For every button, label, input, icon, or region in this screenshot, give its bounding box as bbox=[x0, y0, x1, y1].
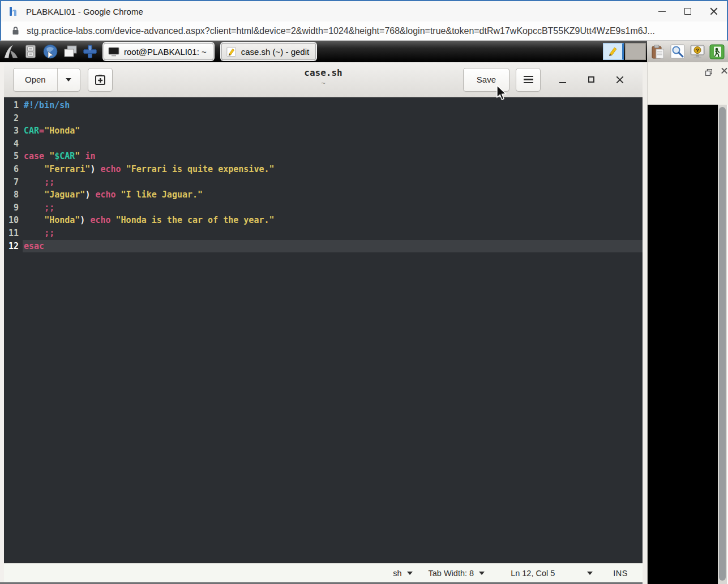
insert-mode-label: INS bbox=[613, 569, 628, 578]
address-bar[interactable]: stg.practice-labs.com/device-advanced.as… bbox=[0, 22, 728, 41]
gedit-close-button[interactable] bbox=[605, 68, 633, 92]
code-line[interactable]: 10 "Honda") echo "Honda is the car of th… bbox=[4, 214, 643, 227]
gedit-maximize-button[interactable] bbox=[577, 68, 605, 92]
code-line[interactable]: 3CAR="Honda" bbox=[4, 124, 643, 138]
side-window bbox=[647, 62, 728, 584]
code-text: ;; bbox=[23, 201, 643, 214]
chevron-down-icon bbox=[66, 78, 71, 81]
practice-labs-toolbar: ? bbox=[647, 41, 728, 62]
remote-taskbar: root@PLABKALI01: ~ case.sh (~) - gedit bbox=[0, 41, 728, 62]
chevron-down-icon bbox=[407, 572, 413, 575]
code-text: CAR="Honda" bbox=[23, 124, 643, 138]
side-restore-button[interactable] bbox=[705, 68, 712, 78]
session-help-icon[interactable]: ? bbox=[689, 43, 705, 60]
taskbar-button-label: root@PLABKALI01: ~ bbox=[124, 47, 207, 57]
goto-line-dropdown[interactable] bbox=[582, 572, 593, 575]
blank-tool-button[interactable] bbox=[625, 43, 646, 60]
cursor-position-label: Ln 12, Col 5 bbox=[511, 569, 555, 578]
line-number: 6 bbox=[4, 163, 23, 176]
code-line[interactable]: 5case "$CAR" in bbox=[4, 150, 643, 163]
restore-icon bbox=[705, 69, 712, 76]
document-path: ~ bbox=[304, 79, 342, 87]
code-line[interactable]: 4 bbox=[4, 138, 643, 151]
add-plus-icon[interactable] bbox=[81, 43, 99, 60]
code-text: esac bbox=[23, 240, 643, 253]
line-number: 2 bbox=[4, 112, 23, 125]
line-number: 4 bbox=[4, 138, 23, 151]
code-line[interactable]: 8 "Jaguar") echo "I like Jaguar." bbox=[4, 188, 643, 201]
insert-mode-indicator: INS bbox=[613, 569, 628, 578]
annotate-pencil-button[interactable] bbox=[603, 43, 624, 60]
open-dropdown-button[interactable] bbox=[57, 68, 80, 91]
code-line[interactable]: 7 ;; bbox=[4, 176, 643, 189]
code-line[interactable]: 9 ;; bbox=[4, 201, 643, 214]
magnifier-icon[interactable] bbox=[670, 43, 686, 60]
maximize-icon bbox=[588, 76, 594, 83]
code-line[interactable]: 1#!/bin/sh bbox=[4, 99, 643, 112]
taskbar-button-terminal[interactable]: root@PLABKALI01: ~ bbox=[104, 43, 213, 60]
new-document-icon bbox=[94, 74, 106, 86]
kali-logo-icon[interactable] bbox=[2, 43, 20, 60]
open-button[interactable]: Open bbox=[14, 68, 57, 91]
side-window-content bbox=[648, 105, 718, 584]
chrome-close-button[interactable] bbox=[701, 1, 727, 22]
code-text: "Honda") echo "Honda is the car of the y… bbox=[23, 214, 643, 227]
file-cabinet-icon[interactable] bbox=[22, 43, 40, 60]
code-area[interactable]: 1#!/bin/sh23CAR="Honda"45case "$CAR" in6… bbox=[4, 97, 643, 563]
gedit-statusbar: sh Tab Width: 8 Ln 12, Col 5 INS bbox=[4, 563, 643, 582]
hamburger-icon bbox=[524, 76, 533, 83]
open-button-label: Open bbox=[25, 75, 46, 84]
tab-width-selector[interactable]: Tab Width: 8 bbox=[429, 569, 485, 578]
menu-button[interactable] bbox=[516, 68, 541, 92]
chrome-maximize-button[interactable] bbox=[675, 1, 701, 22]
code-line[interactable]: 6 "Ferrari") echo "Ferrari is quite expe… bbox=[4, 163, 643, 176]
line-number: 5 bbox=[4, 150, 23, 163]
code-line[interactable]: 11 ;; bbox=[4, 227, 643, 240]
url-text[interactable]: stg.practice-labs.com/device-advanced.as… bbox=[27, 26, 655, 36]
gedit-minimize-button[interactable] bbox=[549, 68, 577, 92]
code-text: ;; bbox=[23, 227, 643, 240]
code-text: "Jaguar") echo "I like Jaguar." bbox=[23, 188, 643, 201]
code-text: "Ferrari") echo "Ferrari is quite expens… bbox=[23, 163, 643, 176]
exit-icon[interactable] bbox=[709, 43, 725, 60]
workspaces-icon[interactable] bbox=[61, 43, 79, 60]
chevron-down-icon bbox=[587, 572, 593, 575]
clipboard-icon[interactable] bbox=[650, 43, 666, 60]
line-number: 7 bbox=[4, 176, 23, 189]
code-text bbox=[23, 138, 643, 151]
taskbar-button-label: case.sh (~) - gedit bbox=[241, 47, 309, 57]
document-name: case.sh bbox=[304, 67, 342, 78]
code-text bbox=[23, 112, 643, 125]
tab-width-label: Tab Width: 8 bbox=[429, 569, 474, 578]
code-line[interactable]: 2 bbox=[4, 112, 643, 125]
language-selector[interactable]: sh bbox=[393, 569, 412, 578]
lock-icon[interactable] bbox=[11, 26, 20, 36]
new-document-button[interactable] bbox=[88, 68, 113, 92]
code-text: #!/bin/sh bbox=[23, 99, 643, 112]
side-window-scrollbar[interactable] bbox=[718, 105, 727, 584]
chrome-titlebar: PLABKALI01 - Google Chrome bbox=[0, 0, 728, 22]
save-button-label: Save bbox=[477, 75, 496, 84]
close-icon bbox=[710, 7, 718, 15]
code-text: ;; bbox=[23, 176, 643, 189]
chrome-minimize-button[interactable] bbox=[649, 1, 675, 22]
line-number: 3 bbox=[4, 124, 23, 138]
terminal-icon bbox=[108, 47, 119, 57]
svg-text:?: ? bbox=[696, 47, 699, 53]
taskbar-button-gedit[interactable]: case.sh (~) - gedit bbox=[221, 43, 316, 60]
chevron-down-icon bbox=[479, 572, 485, 575]
web-browser-icon[interactable] bbox=[41, 43, 59, 60]
gedit-headerbar: Open case.sh ~ bbox=[4, 62, 643, 97]
gedit-window: Open case.sh ~ bbox=[0, 62, 643, 582]
line-number: 1 bbox=[4, 99, 23, 112]
cursor-position[interactable]: Ln 12, Col 5 bbox=[511, 569, 555, 578]
line-number: 9 bbox=[4, 201, 23, 214]
mouse-cursor bbox=[496, 85, 508, 102]
minimize-icon bbox=[559, 82, 566, 83]
gedit-pencil-icon bbox=[226, 46, 237, 57]
scrollbar-thumb[interactable] bbox=[719, 107, 726, 581]
close-icon bbox=[616, 76, 623, 83]
code-line[interactable]: 12esac bbox=[4, 240, 643, 253]
window-title: PLABKALI01 - Google Chrome bbox=[26, 7, 143, 16]
open-split-button: Open bbox=[13, 68, 80, 92]
